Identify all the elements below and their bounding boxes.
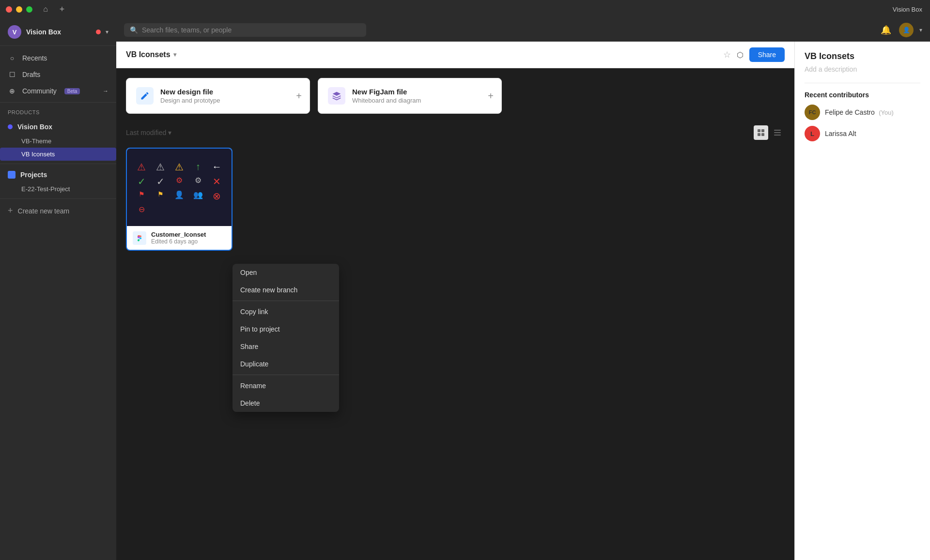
file-card-edited: Edited 6 days ago bbox=[151, 238, 206, 245]
home-icon[interactable]: ⌂ bbox=[40, 4, 51, 15]
sidebar-recents-label: Recents bbox=[22, 54, 47, 62]
new-figjam-file-text: New FigJam file Whiteboard and diagram bbox=[352, 88, 421, 104]
thumb-icon-13: 👤 bbox=[171, 190, 187, 202]
context-menu-divider-1 bbox=[232, 301, 339, 301]
view-toggle bbox=[754, 125, 785, 140]
community-icon: ⊕ bbox=[8, 87, 16, 95]
context-menu-share[interactable]: Share bbox=[232, 338, 339, 355]
thumb-icon-10: ✕ bbox=[209, 176, 225, 187]
new-tab-button[interactable]: + bbox=[57, 4, 67, 15]
context-menu-divider-2 bbox=[232, 375, 339, 375]
create-team-button[interactable]: + Create new team bbox=[0, 202, 116, 220]
thumb-icon-12: ⚑ bbox=[153, 190, 169, 202]
sidebar-divider-3 bbox=[0, 198, 116, 199]
sidebar: V Vision Box ▾ ○ Recents ☐ Drafts ⊕ Comm… bbox=[0, 18, 116, 560]
contributor-1-info: Felipe de Castro (You) bbox=[825, 108, 894, 117]
search-bar[interactable]: 🔍 Search files, teams, or people bbox=[124, 23, 366, 37]
sidebar-nav: ○ Recents ☐ Drafts ⊕ Community Beta → Pr… bbox=[0, 46, 116, 224]
thumb-icon-9: ⚙ bbox=[190, 176, 206, 187]
svg-rect-1 bbox=[758, 129, 760, 132]
right-panel: VB Iconsets Add a description Recent con… bbox=[794, 42, 930, 560]
context-menu-open[interactable]: Open bbox=[232, 264, 339, 281]
file-card-type-icon bbox=[133, 231, 146, 245]
filter-label-text: Last modified bbox=[126, 129, 166, 136]
team-header[interactable]: V Vision Box ▾ bbox=[0, 18, 116, 46]
svg-rect-5 bbox=[774, 130, 781, 131]
svg-rect-7 bbox=[774, 135, 781, 136]
context-menu-pin-project[interactable]: Pin to project bbox=[232, 320, 339, 338]
context-menu-rename[interactable]: Rename bbox=[232, 377, 339, 394]
sidebar-products-label: Products bbox=[0, 106, 116, 119]
sidebar-projects-section[interactable]: Projects bbox=[0, 167, 116, 182]
plus-icon: + bbox=[8, 206, 13, 216]
thumb-icon-15: ⊗ bbox=[209, 190, 225, 202]
figma-icon bbox=[136, 235, 143, 242]
svg-rect-6 bbox=[774, 132, 781, 133]
grid-icon bbox=[757, 129, 765, 136]
share-button[interactable]: Share bbox=[749, 47, 785, 62]
thumb-icon-11: ⚑ bbox=[134, 190, 150, 202]
titlebar: ⌂ + Vision Box bbox=[0, 0, 930, 18]
figjam-icon bbox=[332, 91, 341, 101]
search-icon: 🔍 bbox=[130, 26, 138, 34]
thumb-icon-8: ⚙ bbox=[171, 176, 187, 187]
new-design-file-title: New design file bbox=[160, 88, 220, 96]
figjam-file-icon bbox=[328, 87, 345, 105]
list-view-button[interactable] bbox=[770, 125, 785, 140]
new-figjam-file-subtitle: Whiteboard and diagram bbox=[352, 97, 421, 104]
file-thumb-content: ⚠ ⚠ ⚠ ↑ ← ✓ ✓ ⚙ ⚙ ✕ bbox=[127, 149, 232, 226]
sidebar-item-vb-theme[interactable]: VB-Theme bbox=[0, 135, 116, 148]
svg-rect-2 bbox=[761, 129, 764, 132]
sidebar-projects-label: Projects bbox=[20, 171, 47, 179]
new-design-file-card[interactable]: New design file Design and prototype + bbox=[126, 78, 310, 114]
star-icon[interactable]: ☆ bbox=[723, 49, 731, 60]
file-card-info: Customer_Iconset Edited 6 days ago bbox=[151, 231, 206, 245]
sidebar-visionbox-label: Vision Box bbox=[17, 123, 52, 131]
contributors-section-title: Recent contributors bbox=[805, 91, 920, 99]
content-header: VB Iconsets ▾ ☆ ⬡ Share bbox=[116, 42, 794, 68]
thumb-icon-1: ⚠ bbox=[134, 161, 150, 173]
new-file-cards: New design file Design and prototype + bbox=[126, 78, 785, 114]
filter-dropdown[interactable]: Last modified ▾ bbox=[126, 129, 171, 136]
close-button[interactable] bbox=[6, 6, 12, 13]
sidebar-item-vb-iconsets[interactable]: VB Iconsets bbox=[0, 148, 116, 161]
sidebar-drafts-label: Drafts bbox=[22, 71, 40, 78]
team-chevron-icon: ▾ bbox=[106, 29, 108, 35]
content-body: VB Iconsets ▾ ☆ ⬡ Share bbox=[116, 42, 930, 560]
thumb-icon-5: ← bbox=[209, 161, 225, 173]
context-menu-delete[interactable]: Delete bbox=[232, 394, 339, 412]
user-avatar[interactable]: 👤 bbox=[899, 23, 914, 37]
file-card-name: Customer_Iconset bbox=[151, 231, 206, 238]
new-design-plus-icon: + bbox=[296, 91, 302, 102]
minimize-button[interactable] bbox=[16, 6, 22, 13]
sidebar-item-community[interactable]: ⊕ Community Beta → bbox=[0, 83, 116, 99]
breadcrumb[interactable]: VB Iconsets ▾ bbox=[126, 50, 176, 59]
team-avatar: V bbox=[8, 25, 21, 39]
file-thumbnail: ⚠ ⚠ ⚠ ↑ ← ✓ ✓ ⚙ ⚙ ✕ bbox=[127, 149, 232, 226]
new-design-file-subtitle: Design and prototype bbox=[160, 97, 220, 104]
notification-icon[interactable]: 🔔 bbox=[879, 23, 893, 37]
clock-icon: ○ bbox=[8, 54, 16, 62]
file-card-customer-iconset[interactable]: ⚠ ⚠ ⚠ ↑ ← ✓ ✓ ⚙ ⚙ ✕ bbox=[126, 148, 232, 251]
context-menu-create-branch[interactable]: Create new branch bbox=[232, 281, 339, 299]
user-menu-chevron-icon[interactable]: ▾ bbox=[919, 27, 922, 33]
grid-view-button[interactable] bbox=[754, 125, 768, 140]
thumb-icon-16: ⊖ bbox=[134, 205, 150, 214]
window-controls bbox=[6, 6, 32, 13]
maximize-button[interactable] bbox=[26, 6, 32, 13]
sidebar-item-recents[interactable]: ○ Recents bbox=[0, 50, 116, 66]
sidebar-item-drafts[interactable]: ☐ Drafts bbox=[0, 66, 116, 83]
context-menu-duplicate[interactable]: Duplicate bbox=[232, 355, 339, 373]
app-title: Vision Box bbox=[893, 6, 922, 13]
new-figjam-file-title: New FigJam file bbox=[352, 88, 421, 96]
file-section: VB Iconsets ▾ ☆ ⬡ Share bbox=[116, 42, 794, 560]
panel-title: VB Iconsets bbox=[805, 51, 920, 61]
new-figjam-file-card[interactable]: New FigJam file Whiteboard and diagram + bbox=[318, 78, 502, 114]
file-icon: ☐ bbox=[8, 70, 16, 79]
file-grid: ⚠ ⚠ ⚠ ↑ ← ✓ ✓ ⚙ ⚙ ✕ bbox=[126, 148, 785, 251]
share-icon[interactable]: ⬡ bbox=[737, 50, 744, 60]
context-menu-copy-link[interactable]: Copy link bbox=[232, 303, 339, 320]
sidebar-item-e22[interactable]: E-22-Test-Project bbox=[0, 182, 116, 196]
sidebar-visionbox-section[interactable]: Vision Box bbox=[0, 119, 116, 135]
search-placeholder: Search files, teams, or people bbox=[142, 26, 232, 34]
